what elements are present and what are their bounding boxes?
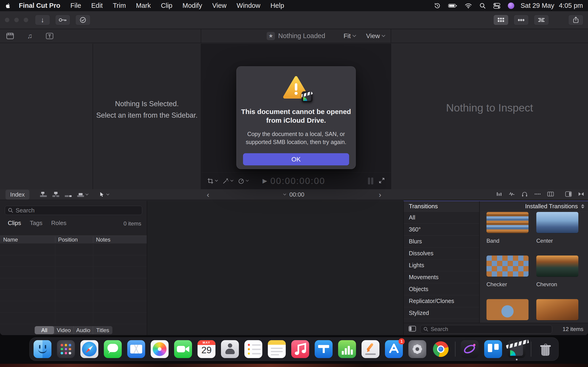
menu-item-file[interactable]: File (70, 2, 81, 9)
solo-icon[interactable] (521, 191, 528, 198)
clip-appearance-icon[interactable] (547, 191, 554, 198)
background-tasks-button[interactable] (75, 15, 90, 25)
installed-transitions-selector[interactable]: Installed Transitions (480, 201, 588, 212)
insert-clip-button[interactable] (52, 191, 60, 198)
dock-photos-icon[interactable] (150, 340, 169, 358)
dock-safari-icon[interactable] (80, 340, 99, 358)
transition-thumbnail[interactable] (486, 299, 528, 320)
dock-notes-icon[interactable] (268, 340, 286, 358)
dock-contacts-icon[interactable] (221, 340, 239, 358)
menu-item-window[interactable]: Window (237, 2, 260, 9)
tool-select-dropdown[interactable] (99, 192, 109, 198)
dock-calendar-icon[interactable]: MAY 29 (197, 340, 216, 358)
column-header-notes[interactable]: Notes (93, 236, 147, 243)
dock-trash-icon[interactable] (536, 340, 555, 358)
menu-extra-app-icon[interactable] (508, 2, 514, 9)
dock-app-store-icon[interactable]: 1 (385, 340, 403, 358)
dock-finder-icon[interactable] (33, 340, 52, 358)
effects-browser-icon[interactable] (578, 191, 584, 198)
index-search-field[interactable] (5, 206, 142, 215)
play-button[interactable]: ▶ (262, 177, 267, 184)
media-sidebar-icon[interactable] (6, 32, 14, 40)
minimize-window-button[interactable] (14, 17, 19, 23)
alert-ok-button[interactable]: OK (243, 153, 349, 165)
column-header-position[interactable]: Position (55, 236, 93, 243)
audio-skimming-icon[interactable] (509, 191, 515, 198)
transitions-search-field[interactable] (420, 325, 552, 334)
category-replicator-clones[interactable]: Replicator/Clones (404, 295, 479, 307)
dock-reminders-icon[interactable] (244, 340, 262, 358)
import-media-button[interactable]: ↓ (35, 15, 50, 25)
overwrite-clip-button[interactable] (77, 191, 88, 198)
transition-thumbnail[interactable] (486, 256, 528, 277)
timeline-history-dropdown[interactable] (283, 192, 286, 195)
dock-motion-icon[interactable] (460, 340, 479, 358)
index-search-input[interactable] (16, 207, 139, 214)
dock-keynote-icon[interactable] (314, 340, 333, 358)
timeline-area[interactable] (147, 201, 403, 335)
category-dissolves[interactable]: Dissolves (404, 248, 479, 259)
crop-tool-dropdown[interactable] (207, 178, 217, 184)
category-movements[interactable]: Movements (404, 271, 479, 283)
timeline-view-button[interactable] (534, 15, 549, 25)
zoom-window-button[interactable] (23, 17, 28, 23)
viewer-fit-dropdown[interactable]: Fit (344, 32, 355, 40)
filter-titles[interactable]: Titles (93, 326, 112, 334)
dock-mail-icon[interactable] (127, 340, 145, 358)
dock-numbers-icon[interactable] (338, 340, 356, 358)
transition-card-partial[interactable] (536, 299, 578, 320)
list-view-button[interactable] (514, 15, 529, 25)
menu-item-mark[interactable]: Mark (136, 2, 151, 9)
menu-time[interactable]: 4:05 pm (559, 2, 583, 9)
transition-card-band[interactable]: Band (486, 212, 528, 244)
filter-audio[interactable]: Audio (73, 326, 93, 334)
menu-item-view[interactable]: View (212, 2, 226, 9)
skimming-icon[interactable] (496, 191, 502, 198)
battery-icon[interactable] (448, 3, 457, 9)
menu-item-help[interactable]: Help (270, 2, 284, 9)
media-browser-sidebar-toggle-icon[interactable] (408, 325, 416, 333)
spotlight-icon[interactable] (479, 2, 486, 9)
column-header-name[interactable]: Name (0, 236, 55, 243)
transition-card-partial[interactable] (486, 299, 528, 320)
previous-timeline-button[interactable]: ‹ (207, 191, 209, 198)
menu-date[interactable]: Sat 29 May (521, 2, 554, 9)
expand-viewer-icon[interactable] (379, 177, 385, 184)
browser-view-button[interactable] (493, 15, 509, 25)
titles-generators-sidebar-icon[interactable] (45, 32, 54, 40)
index-tab-clips[interactable]: Clips (8, 219, 21, 227)
retime-dropdown[interactable] (238, 178, 248, 184)
viewer-view-dropdown[interactable]: View (366, 32, 385, 40)
menu-item-trim[interactable]: Trim (113, 2, 126, 9)
keywords-button[interactable] (55, 15, 70, 25)
filter-video[interactable]: Video (54, 326, 73, 334)
dock-music-icon[interactable] (291, 340, 309, 358)
photos-audio-sidebar-icon[interactable]: ♫ (26, 32, 34, 40)
category-lights[interactable]: Lights (404, 259, 479, 271)
category-blurs[interactable]: Blurs (404, 236, 479, 248)
menu-item-edit[interactable]: Edit (91, 2, 103, 9)
index-tab-roles[interactable]: Roles (51, 219, 66, 227)
control-center-icon[interactable] (493, 2, 501, 9)
filter-all[interactable]: All (35, 326, 54, 334)
transition-thumbnail[interactable] (536, 212, 578, 233)
apple-menu-icon[interactable] (5, 2, 12, 9)
menu-app-name[interactable]: Final Cut Pro (19, 2, 60, 9)
menu-item-modify[interactable]: Modify (183, 2, 202, 9)
dock-messages-icon[interactable] (104, 340, 122, 358)
dock-chrome-icon[interactable] (432, 340, 450, 358)
menu-item-clip[interactable]: Clip (161, 2, 173, 9)
timeline-sidebar-toggle-icon[interactable] (565, 191, 572, 198)
dock-trello-icon[interactable] (484, 340, 502, 358)
transitions-search-input[interactable] (431, 326, 549, 332)
category-stylized[interactable]: Stylized (404, 307, 479, 319)
transition-card-checker[interactable]: Checker (486, 256, 528, 288)
category-360[interactable]: 360° (404, 224, 479, 236)
transition-thumbnail[interactable] (536, 299, 578, 320)
dock-facetime-icon[interactable] (174, 340, 192, 358)
wifi-icon[interactable] (465, 2, 472, 9)
transition-card-center[interactable]: Center (536, 212, 578, 244)
dock-launchpad-icon[interactable] (57, 340, 75, 358)
transition-card-chevron[interactable]: Chevron (536, 256, 578, 288)
effects-wand-dropdown[interactable] (223, 178, 233, 184)
